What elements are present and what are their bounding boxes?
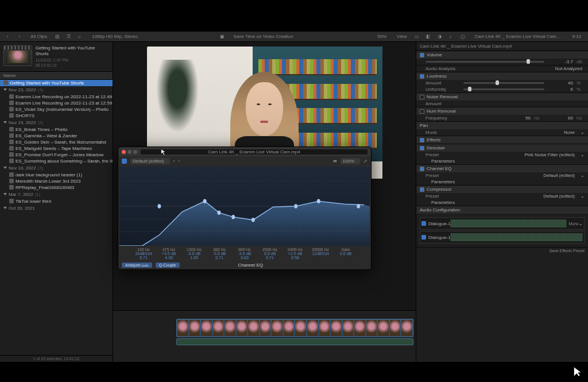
checkbox-icon[interactable] [420, 146, 424, 151]
tree-item[interactable]: ES_Marigold Seeds – Tape Machines [0, 145, 113, 152]
checkbox-icon[interactable] [421, 235, 426, 240]
eq-window[interactable]: Cam Link 4K _ Ecamm Live Virtual Cam.mp4… [118, 146, 372, 270]
zoom-label[interactable]: 50% [375, 33, 389, 40]
audio-icon[interactable]: ♪ [449, 34, 455, 40]
close-icon[interactable] [122, 150, 126, 154]
tree-item[interactable]: ES_Violet Sky (Instrumental Version) – P… [0, 106, 113, 113]
effects-section[interactable]: Effects [416, 136, 588, 144]
eq-band[interactable]: 20000 Hz12dB/Oct [309, 248, 332, 260]
tree-item[interactable]: SHORTS [0, 113, 113, 119]
preset-value[interactable]: Default (edited) [463, 173, 577, 178]
tree-item[interactable]: ES_Gammla – West & Zander [0, 133, 113, 139]
filmstrip-icon[interactable]: ▤ [55, 34, 61, 40]
chevron-down-icon[interactable]: ⌄ [581, 130, 585, 135]
uniformity-slider[interactable] [463, 88, 544, 90]
info-icon[interactable]: ⓘ [461, 34, 466, 40]
save-effects-preset-button[interactable]: Save Effects Preset [416, 248, 588, 254]
all-clips-dropdown[interactable]: All Clips [28, 33, 49, 40]
loudness-section[interactable]: Loudness [416, 72, 588, 80]
audio-lane[interactable]: Dialogue-1 [420, 231, 585, 244]
zoom-icon[interactable] [133, 150, 137, 154]
eq-band[interactable]: 890 Hz-3.0 dB0.60 [233, 248, 256, 260]
tree-item[interactable]: ES_Golden Skin – Sarah, the Illstrumenta… [0, 139, 113, 145]
display-icon[interactable]: ▭ [415, 34, 420, 40]
list-icon[interactable]: ☰ [67, 34, 72, 40]
tree-item[interactable]: TikTok lower third [0, 198, 113, 204]
tree-item[interactable]: Meredith Marsh Lower 3rd 2023 [0, 178, 113, 184]
fwd-icon[interactable]: › [17, 33, 23, 40]
tree-date-group[interactable]: Nov 15, 2022 (9) [0, 119, 113, 126]
chevron-down-icon[interactable]: ⌄ [581, 194, 585, 199]
tree-item[interactable]: ES_Promise Don't Forget – Jones Meadow [0, 152, 113, 158]
back-icon[interactable]: ‹ [5, 33, 11, 40]
params-label[interactable]: Parameters [431, 159, 455, 164]
volume-slider[interactable] [425, 61, 544, 63]
audio-track[interactable] [176, 338, 413, 345]
next-icon[interactable]: › [178, 159, 180, 164]
checkbox-icon[interactable] [420, 167, 424, 171]
hum-section[interactable]: Hum Removal [416, 107, 588, 115]
params-label[interactable]: Parameters [431, 179, 455, 184]
tree-item[interactable]: Ecamm Live Recording on 2022-11-23 at 12… [0, 94, 113, 100]
tree-date-group[interactable]: Mar 7, 2022 (1) [0, 191, 113, 198]
preset-value[interactable]: Default (edited) [463, 194, 577, 199]
channeleq-section[interactable]: Channel EQ [416, 165, 588, 172]
eq-gain[interactable]: Gain0.0 dB [334, 248, 357, 260]
video-track[interactable] [176, 319, 413, 337]
clip-thumbnail[interactable] [3, 45, 32, 66]
volume-section[interactable]: Volume [416, 51, 588, 59]
library-icon[interactable]: ▣ [220, 34, 226, 40]
tree-date-group[interactable]: Nov 23, 2022 (4) [0, 86, 113, 94]
eq-band[interactable]: 1360 Hz-6.0 dB1.00 [183, 248, 206, 260]
chevron-down-icon[interactable]: ⌄ [581, 152, 585, 157]
audioconf-section[interactable]: Audio Configuration [416, 206, 588, 214]
scopes-icon[interactable]: ◧ [426, 34, 432, 40]
eq-band[interactable]: 2500 Hz0.0 dB0.71 [258, 248, 281, 260]
denoiser-section[interactable]: Denoiser [416, 144, 588, 152]
audio-lane[interactable]: Dialogue-1Mono⌄ [420, 217, 585, 230]
analyzer-button[interactable]: Analyzer post [122, 263, 152, 268]
freq-50[interactable]: 50 [505, 115, 531, 121]
pan-section[interactable]: Pan [416, 122, 588, 129]
freq-60[interactable]: 60 [548, 115, 573, 121]
eq-band[interactable]: 120 Hz24dB/Oct0.71 [132, 248, 155, 260]
tree-date-group[interactable]: Oct 20, 2021 [0, 204, 113, 212]
checkbox-icon[interactable] [420, 74, 424, 79]
eq-graph[interactable] [119, 167, 370, 246]
search-icon[interactable]: ⌕ [78, 34, 84, 40]
tree-date-group[interactable]: Nov 10, 2022 (3) [0, 164, 113, 172]
color-icon[interactable]: ◑ [438, 34, 443, 40]
eq-band[interactable]: 6400 Hz+2.5 dB0.58 [284, 248, 307, 260]
tree-item[interactable]: Getting Started with YouTube Shorts [0, 80, 113, 86]
eq-titlebar[interactable]: Cam Link 4K _ Ecamm Live Virtual Cam.mp4 [118, 147, 371, 156]
mono-label[interactable]: Mono [566, 222, 579, 226]
checkbox-icon[interactable] [420, 187, 424, 192]
eq-band[interactable]: 380 Hz-5.0 dB0.71 [208, 248, 231, 260]
timeline[interactable] [113, 310, 416, 362]
qcouple-button[interactable]: Q-Couple [156, 263, 180, 268]
checkbox-icon[interactable] [421, 221, 426, 226]
noise-section[interactable]: Noise Removal [416, 93, 588, 101]
tree-item[interactable]: RPReplay_Final1668100483 [0, 184, 113, 191]
chevron-down-icon[interactable]: ⌄ [581, 173, 585, 178]
tree-item[interactable]: dark blue background header (1) [0, 172, 113, 178]
eq-band[interactable]: 475 Hz+3.5 dB4.30 [157, 248, 180, 260]
params-label[interactable]: Parameters [431, 200, 455, 205]
minimize-icon[interactable] [127, 150, 131, 154]
name-header[interactable]: Name [0, 71, 113, 80]
expand-icon[interactable]: ⤢ [363, 159, 368, 164]
eq-scale-dropdown[interactable]: 100% [341, 158, 360, 164]
compressor-section[interactable]: Compressor [416, 186, 588, 193]
eq-preset-dropdown[interactable]: Default (edited) [130, 158, 170, 164]
checkbox-icon[interactable] [420, 53, 424, 57]
amount-slider[interactable] [463, 82, 544, 84]
checkbox-icon[interactable] [420, 95, 424, 99]
compare-icon[interactable]: ⇄ [333, 159, 337, 164]
checkbox-icon[interactable] [420, 109, 424, 114]
tree-item[interactable]: Ecamm Live Recording on 2022-11-23 at 12… [0, 100, 113, 106]
preset-value[interactable]: Pink Noise Filter (edited) [463, 152, 577, 157]
view-menu[interactable]: View [394, 33, 409, 40]
tree-item[interactable]: ES_Something about Something – Sarah, th… [0, 158, 113, 164]
chevron-down-icon[interactable]: ⌄ [579, 221, 583, 226]
tree-item[interactable]: ES_Break Times – Phello [0, 126, 113, 133]
